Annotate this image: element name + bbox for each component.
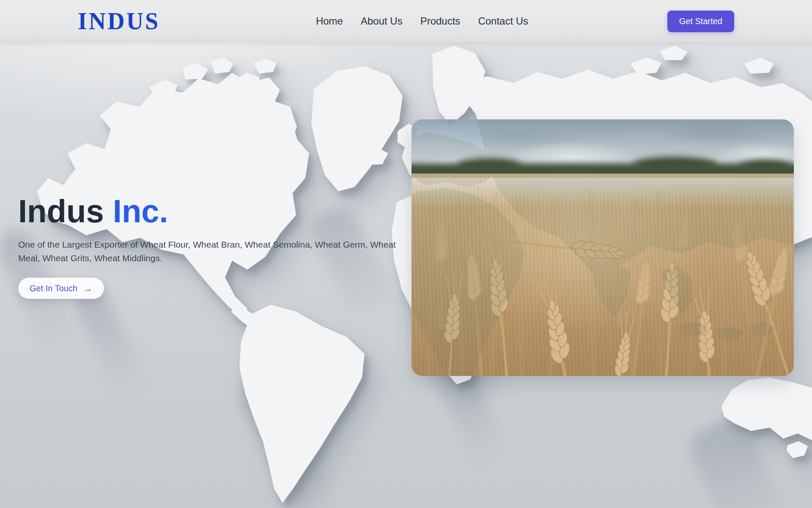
title-primary: Indus bbox=[18, 193, 104, 229]
wheat-stalks-graphic bbox=[411, 119, 794, 376]
get-started-button[interactable]: Get Started bbox=[667, 11, 734, 32]
hero-section: Indus Inc. One of the Largest Exporter o… bbox=[0, 42, 812, 508]
hero-subtitle: One of the Largest Exporter of Wheat Flo… bbox=[18, 238, 399, 265]
nav-link-about[interactable]: About Us bbox=[361, 15, 403, 27]
arrow-right-icon: → bbox=[83, 284, 93, 293]
page-title: Indus Inc. bbox=[18, 194, 420, 229]
get-in-touch-label: Get In Touch bbox=[30, 284, 77, 293]
brand-logo[interactable]: INDUS bbox=[78, 9, 160, 33]
wheat-field-image bbox=[411, 119, 794, 376]
nav-link-contact[interactable]: Contact Us bbox=[478, 15, 528, 27]
nav-link-products[interactable]: Products bbox=[420, 15, 461, 27]
hero-copy: Indus Inc. One of the Largest Exporter o… bbox=[18, 194, 420, 299]
title-accent: Inc. bbox=[113, 193, 168, 229]
navbar: INDUS Home About Us Products Contact Us … bbox=[0, 0, 812, 42]
nav-link-home[interactable]: Home bbox=[316, 15, 343, 27]
main-nav: Home About Us Products Contact Us bbox=[316, 0, 528, 42]
get-in-touch-button[interactable]: Get In Touch → bbox=[18, 278, 104, 299]
